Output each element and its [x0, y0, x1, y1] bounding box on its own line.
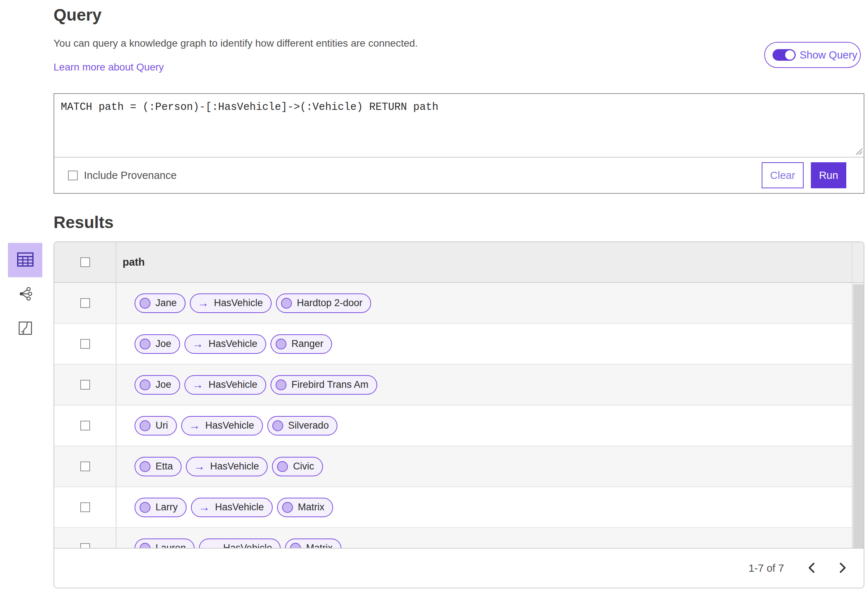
- row-path-cell: Uri → HasVehicle Silverado: [117, 405, 864, 446]
- entity-node-icon: [282, 502, 293, 513]
- row-checkbox-cell: [54, 283, 117, 323]
- row-checkbox-cell: [54, 487, 117, 527]
- scrollbar-thumb[interactable]: [853, 284, 864, 548]
- map-view-button[interactable]: [8, 312, 42, 346]
- previous-page-button[interactable]: [804, 560, 819, 576]
- row-target-label: Firebird Trans Am: [291, 379, 369, 390]
- row-checkbox[interactable]: [80, 380, 90, 390]
- row-path-cell: Joe → HasVehicle Firebird Trans Am: [117, 365, 864, 405]
- source-entity-pill[interactable]: Etta: [134, 457, 182, 476]
- relationship-pill[interactable]: → HasVehicle: [181, 416, 263, 436]
- relationship-pill[interactable]: → HasVehicle: [190, 293, 272, 313]
- source-entity-pill[interactable]: Uri: [134, 416, 177, 436]
- include-provenance-checkbox[interactable]: [68, 171, 78, 180]
- results-view-switcher: [8, 243, 42, 346]
- path-column-header: path: [117, 242, 864, 282]
- row-checkbox[interactable]: [80, 298, 90, 308]
- row-checkbox-cell: [54, 405, 117, 446]
- row-checkbox[interactable]: [80, 421, 90, 430]
- next-page-button[interactable]: [835, 560, 851, 576]
- row-relationship-label: HasVehicle: [205, 420, 254, 431]
- row-checkbox[interactable]: [80, 461, 90, 471]
- pagination-range-label: 1-7 of 7: [748, 563, 784, 574]
- query-editor-panel: MATCH path = (:Person)-[:HasVehicle]->(:…: [53, 93, 864, 194]
- row-source-label: Uri: [155, 420, 168, 431]
- link-chart-view-button[interactable]: [8, 277, 42, 312]
- entity-node-icon: [140, 339, 151, 349]
- row-target-label: Hardtop 2-door: [297, 297, 363, 309]
- query-input[interactable]: MATCH path = (:Person)-[:HasVehicle]->(:…: [54, 94, 864, 156]
- row-source-label: Etta: [155, 461, 173, 472]
- entity-node-icon: [140, 420, 151, 431]
- row-target-label: Silverado: [288, 420, 329, 431]
- row-checkbox-cell: [54, 324, 117, 364]
- target-entity-pill[interactable]: Ranger: [270, 334, 332, 354]
- relationship-arrow-icon: →: [198, 297, 209, 309]
- row-relationship-label: HasVehicle: [214, 297, 263, 309]
- row-target-label: Civic: [293, 461, 314, 472]
- relationship-arrow-icon: →: [199, 502, 210, 513]
- target-entity-pill[interactable]: Firebird Trans Am: [270, 375, 377, 395]
- show-query-label: Show Query: [800, 49, 858, 61]
- relationship-arrow-icon: →: [192, 338, 204, 349]
- target-entity-pill[interactable]: Silverado: [267, 416, 338, 436]
- map-icon: [18, 321, 32, 336]
- entity-node-icon: [140, 502, 151, 513]
- relationship-pill[interactable]: → HasVehicle: [191, 498, 273, 517]
- table-view-button[interactable]: [8, 243, 42, 277]
- row-source-label: Joe: [155, 338, 171, 349]
- header-checkbox-cell: [54, 242, 117, 282]
- relationship-pill[interactable]: → HasVehicle: [186, 457, 268, 476]
- select-all-checkbox[interactable]: [80, 257, 90, 267]
- source-entity-pill[interactable]: Larry: [134, 498, 187, 517]
- source-entity-pill[interactable]: Jane: [134, 293, 186, 313]
- target-entity-pill[interactable]: Matrix: [277, 498, 334, 517]
- row-path-cell: Etta → HasVehicle Civic: [117, 446, 864, 486]
- show-query-toggle[interactable]: Show Query: [764, 42, 861, 68]
- source-entity-pill[interactable]: Joe: [134, 375, 180, 395]
- row-relationship-label: HasVehicle: [209, 338, 257, 349]
- row-checkbox[interactable]: [80, 339, 90, 349]
- entity-node-icon: [140, 461, 151, 472]
- row-relationship-label: HasVehicle: [215, 502, 264, 513]
- entity-node-icon: [272, 420, 283, 431]
- table-row: Etta → HasVehicle Civic: [54, 446, 864, 487]
- scrollbar-header-cap: [852, 242, 864, 283]
- entity-node-icon: [277, 461, 288, 472]
- row-relationship-label: HasVehicle: [210, 461, 259, 472]
- table-icon: [17, 252, 34, 268]
- relationship-pill[interactable]: → HasVehicle: [185, 334, 266, 354]
- row-checkbox[interactable]: [80, 502, 90, 512]
- entity-node-icon: [140, 380, 151, 390]
- row-target-label: Ranger: [291, 338, 324, 349]
- table-scrollbar: [852, 242, 864, 588]
- toggle-knob: [785, 50, 794, 60]
- row-relationship-label: HasVehicle: [209, 379, 257, 390]
- learn-more-link[interactable]: Learn more about Query: [53, 62, 164, 73]
- source-entity-pill[interactable]: Joe: [134, 334, 180, 354]
- table-row: Larry → HasVehicle Matrix: [54, 487, 864, 528]
- link-chart-icon: [18, 287, 32, 302]
- relationship-pill[interactable]: → HasVehicle: [185, 375, 266, 395]
- row-source-label: Larry: [155, 502, 178, 513]
- entity-node-icon: [140, 298, 151, 309]
- page-title: Query: [53, 5, 102, 25]
- include-provenance-label: Include Provenance: [84, 169, 177, 181]
- relationship-arrow-icon: →: [189, 420, 200, 431]
- clear-button[interactable]: Clear: [762, 162, 804, 188]
- target-entity-pill[interactable]: Hardtop 2-door: [276, 293, 371, 313]
- target-entity-pill[interactable]: Civic: [272, 457, 323, 476]
- table-row: Joe → HasVehicle Firebird Trans Am: [54, 365, 864, 405]
- run-button[interactable]: Run: [811, 162, 846, 188]
- query-description: You can query a knowledge graph to ident…: [53, 38, 418, 49]
- toggle-switch-icon[interactable]: [772, 49, 796, 61]
- resize-grip-icon[interactable]: [855, 148, 862, 156]
- chevron-left-icon: [807, 562, 816, 575]
- row-source-label: Jane: [155, 297, 177, 309]
- pagination-bar: 1-7 of 7: [54, 548, 864, 588]
- row-checkbox-cell: [54, 446, 117, 486]
- results-table: path Jane → HasVehicle Hardtop 2-door: [53, 242, 864, 588]
- entity-node-icon: [276, 380, 286, 390]
- row-path-cell: Jane → HasVehicle Hardtop 2-door: [117, 283, 864, 323]
- entity-node-icon: [276, 339, 286, 349]
